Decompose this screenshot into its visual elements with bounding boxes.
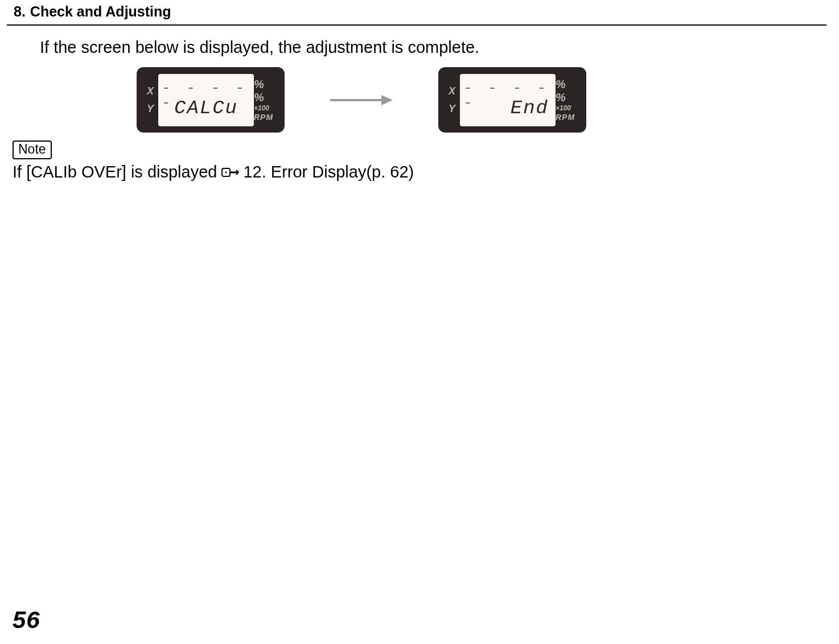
note-post: 12. Error Display(p. 62) bbox=[243, 163, 414, 181]
lcd-left-right-labels: % % ×100 RPM bbox=[254, 79, 279, 121]
section-title: Check and Adjusting bbox=[30, 3, 171, 20]
page-header: 8. Check and Adjusting bbox=[7, 0, 826, 26]
y-label: Y bbox=[142, 103, 158, 115]
lcd-right-main-text: End bbox=[463, 98, 552, 119]
note-text: If [CALIb OVEr] is displayed 12. Error D… bbox=[13, 163, 839, 181]
x-label: X bbox=[142, 85, 158, 97]
x-label: X bbox=[444, 85, 460, 97]
percent-label: % bbox=[254, 92, 264, 103]
lcd-right-right-labels: % % ×100 RPM bbox=[556, 79, 581, 121]
svg-point-3 bbox=[225, 171, 227, 173]
section-number: 8. bbox=[14, 3, 26, 20]
lcd-left-axis-labels: X Y bbox=[142, 85, 158, 115]
y-label: Y bbox=[444, 103, 460, 115]
note-icon: Note bbox=[13, 141, 52, 159]
note-label-row: Note bbox=[13, 141, 839, 159]
lcd-left-main-text: CALCu bbox=[174, 98, 238, 119]
arrow-right-icon bbox=[330, 94, 393, 106]
rpm-label: RPM bbox=[254, 113, 273, 121]
x100-label: ×100 bbox=[556, 105, 571, 112]
lcd-screen-left: - - - - - CALCu bbox=[158, 74, 254, 126]
percent-label: % bbox=[556, 79, 566, 90]
note-pre: If [CALIb OVEr] is displayed bbox=[13, 163, 217, 181]
x100-label: ×100 bbox=[254, 105, 269, 112]
page-number: 56 bbox=[13, 606, 40, 634]
display-row: X Y - - - - - CALCu % % ×100 RPM bbox=[137, 67, 839, 133]
lcd-module-end: X Y - - - - - End % % ×100 RPM bbox=[438, 67, 586, 133]
intro-text: If the screen below is displayed, the ad… bbox=[40, 38, 839, 57]
rpm-label: RPM bbox=[556, 113, 575, 121]
svg-marker-1 bbox=[381, 95, 393, 105]
percent-label: % bbox=[254, 79, 264, 90]
lcd-right-top-dashes: - - - - - bbox=[463, 81, 552, 98]
lcd-left-top-dashes: - - - - - bbox=[162, 81, 250, 98]
lcd-right-axis-labels: X Y bbox=[444, 85, 460, 115]
lcd-screen-right: - - - - - End bbox=[460, 74, 556, 126]
lcd-module-calcu: X Y - - - - - CALCu % % ×100 RPM bbox=[137, 67, 285, 133]
pointing-hand-icon bbox=[221, 165, 241, 180]
percent-label: % bbox=[556, 92, 566, 103]
